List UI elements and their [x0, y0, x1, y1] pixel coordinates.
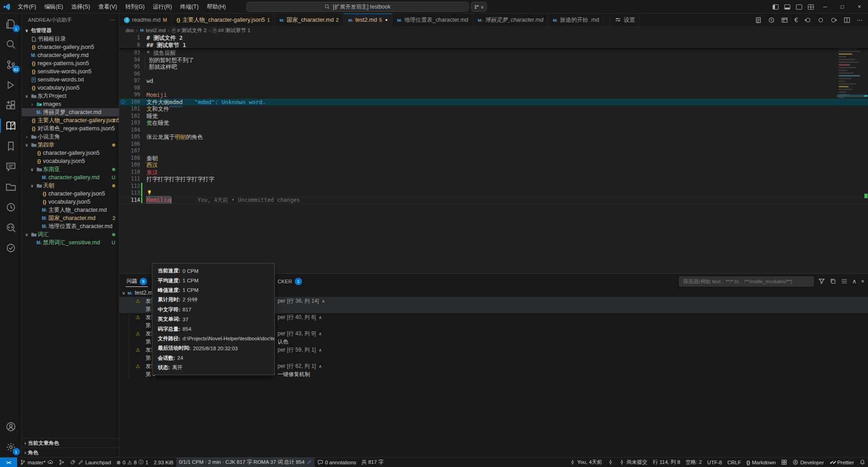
- menu-R[interactable]: 运行(R): [149, 2, 176, 12]
- collapse-icon[interactable]: ∧: [319, 315, 322, 320]
- code-line[interactable]: 110东汉: [119, 169, 868, 176]
- tree-item[interactable]: ∨东南亚: [22, 165, 119, 173]
- toggle-secondary-sidebar-icon[interactable]: [793, 0, 805, 14]
- code-line[interactable]: 93* 摸鱼提醒: [119, 49, 868, 57]
- activity-run-debug[interactable]: [0, 75, 22, 95]
- tree-item[interactable]: 书籍根目录: [22, 35, 119, 43]
- tree-item[interactable]: ∨词汇: [22, 230, 119, 238]
- sidebar-more-icon[interactable]: ⋯: [110, 17, 116, 23]
- code-line[interactable]: 1# 测试文件 2: [119, 34, 868, 42]
- menu-S[interactable]: 选择(S): [67, 2, 94, 12]
- activity-bookmarks[interactable]: [0, 136, 22, 156]
- status-language-mode[interactable]: {}Markdown: [744, 457, 778, 467]
- search-extra-button[interactable]: ∨: [471, 2, 487, 12]
- menu-G[interactable]: 转到(G): [121, 2, 149, 12]
- activity-search[interactable]: [0, 34, 22, 54]
- status-cursor-position[interactable]: 行 114, 列 8: [650, 457, 683, 467]
- tab-国家_character.md[interactable]: M↓国家_character.md2: [275, 14, 344, 26]
- activity-extensions[interactable]: [0, 95, 22, 115]
- open-preview-icon[interactable]: [781, 17, 788, 24]
- prev-change-icon[interactable]: [804, 17, 811, 24]
- activity-code-search[interactable]: [0, 217, 22, 238]
- copy-icon[interactable]: [830, 278, 836, 285]
- tree-item[interactable]: ›小说主角: [22, 133, 119, 141]
- code-line[interactable]: 105张云龙属于明朝的角色: [119, 133, 868, 141]
- status-account-status[interactable]: Developer: [790, 457, 826, 467]
- tab-problems[interactable]: 问题 9: [126, 274, 148, 289]
- tree-item[interactable]: {}对话着色_regex-patterns.json5: [22, 124, 119, 133]
- minimize-button[interactable]: ─: [816, 0, 834, 14]
- tree-item[interactable]: {}主要人物_character-gallery.json51: [22, 116, 119, 124]
- change-circle-icon[interactable]: [817, 17, 824, 24]
- activity-comments[interactable]: [0, 156, 22, 176]
- menu-F[interactable]: 文件(F): [14, 2, 40, 12]
- status-commit-action[interactable]: [605, 457, 616, 467]
- status-indentation[interactable]: 空格: 2: [683, 457, 705, 467]
- tree-item[interactable]: {}vocabulary.json5: [22, 157, 119, 165]
- toggle-sidebar-icon[interactable]: [769, 0, 781, 14]
- tree-item[interactable]: M↓character-gallery.md: [22, 51, 119, 59]
- code-line[interactable]: 101文和文件: [119, 105, 868, 113]
- collapse-icon[interactable]: ∧: [319, 364, 322, 369]
- section-当前文章角色[interactable]: ›当前文章角色: [22, 438, 119, 448]
- tree-item[interactable]: ›images: [22, 100, 119, 108]
- maximize-button[interactable]: □: [834, 0, 851, 14]
- more-icon[interactable]: ⋯: [857, 17, 863, 24]
- task-list-icon[interactable]: [755, 17, 762, 24]
- split-editor-icon[interactable]: [844, 17, 850, 24]
- code-line[interactable]: 95那就这样吧: [119, 63, 868, 71]
- code-line[interactable]: ⓘ100文件大纲mdmd"mdmd": Unknown word.: [119, 99, 868, 106]
- status-word-tracker[interactable]: 0/1/1 CPM · 2 min · CJK 817 字 ROMA 37 词 …: [176, 457, 315, 467]
- close-panel-icon[interactable]: ×: [861, 278, 864, 285]
- next-change-icon[interactable]: [830, 17, 837, 24]
- tree-item[interactable]: M↓地理位置表_character.md: [22, 222, 119, 230]
- code-line[interactable]: 109西汉: [119, 162, 868, 169]
- problems-filter-input[interactable]: [679, 276, 814, 286]
- tree-item[interactable]: ∨第四章: [22, 141, 119, 149]
- breadcrumb-item[interactable]: ## 测试章节 1: [218, 27, 250, 34]
- code-line[interactable]: 99Momiji: [119, 91, 868, 99]
- maximize-panel-icon[interactable]: ∧: [852, 278, 857, 285]
- tree-item[interactable]: {}regex-patterns.json5: [22, 59, 119, 67]
- code-line[interactable]: 104: [119, 127, 868, 134]
- view-list-icon[interactable]: [841, 278, 848, 285]
- collapse-icon[interactable]: ∧: [319, 331, 322, 336]
- status-uncommitted[interactable]: 尚未提交: [616, 457, 650, 467]
- tree-item[interactable]: ∨东方Project: [22, 92, 119, 100]
- menu-E[interactable]: 编辑(E): [40, 2, 67, 12]
- status-eol[interactable]: CRLF: [725, 457, 744, 467]
- code-line[interactable]: 106: [119, 141, 868, 148]
- collapse-icon[interactable]: ∧: [321, 299, 325, 304]
- customize-layout-icon[interactable]: [805, 0, 816, 14]
- lightbulb-icon[interactable]: [146, 190, 152, 197]
- section-package-manager[interactable]: ∨ 包管理器: [22, 26, 119, 35]
- code-line[interactable]: 102睡觉: [119, 113, 868, 120]
- status-annotations[interactable]: 0 annotations: [315, 457, 359, 467]
- menu-V[interactable]: 查看(V): [94, 2, 121, 12]
- tree-item[interactable]: {}vocabulary.json5: [22, 84, 119, 92]
- status-file-size[interactable]: 2.93 KiB: [151, 457, 176, 467]
- tree-item[interactable]: {}character-gallery.json5: [22, 149, 119, 157]
- status-encoding[interactable]: UTF-8: [704, 457, 725, 467]
- tab-旅途的开始 .md[interactable]: M↓旅途的开始 .md: [548, 14, 604, 26]
- tree-item[interactable]: M↓禁用词汇_sensitive.mdU: [22, 238, 119, 247]
- tab-test2.md[interactable]: M↓test2.md5●: [344, 14, 392, 26]
- tree-item[interactable]: ∨天朝: [22, 181, 119, 190]
- dirty-dot-icon[interactable]: ●: [385, 18, 387, 22]
- tree-item[interactable]: M↓国家_character.md2: [22, 214, 119, 222]
- tab-博丽灵梦_character.md[interactable]: M↓博丽灵梦_character.md: [473, 14, 548, 26]
- code-line[interactable]: 111打字打字打字打字打字打字: [119, 176, 868, 183]
- status-prettier[interactable]: ✔✔Prettier: [827, 457, 857, 467]
- section-角色[interactable]: ›角色: [22, 448, 119, 457]
- breadcrumb-item[interactable]: # 测试文件 2: [177, 27, 207, 34]
- code-line[interactable]: 103觉在睡觉: [119, 119, 868, 127]
- status-total-words[interactable]: 共 817 字: [359, 457, 387, 467]
- status-problems-summary[interactable]: ⊗0⚠8ⓘ1: [114, 457, 151, 467]
- code-line[interactable]: 112: [119, 183, 868, 190]
- tab-地理位置表_character.md[interactable]: M↓地理位置表_character.md: [392, 14, 473, 26]
- code-line[interactable]: 97wd: [119, 77, 868, 85]
- tab-主要人物_character-gallery.json5[interactable]: {}主要人物_character-gallery.json51: [172, 14, 275, 26]
- status-remote[interactable]: ><: [0, 457, 17, 467]
- breadcrumb-item[interactable]: doc: [126, 28, 134, 33]
- menu-H[interactable]: 帮助(H): [203, 2, 230, 12]
